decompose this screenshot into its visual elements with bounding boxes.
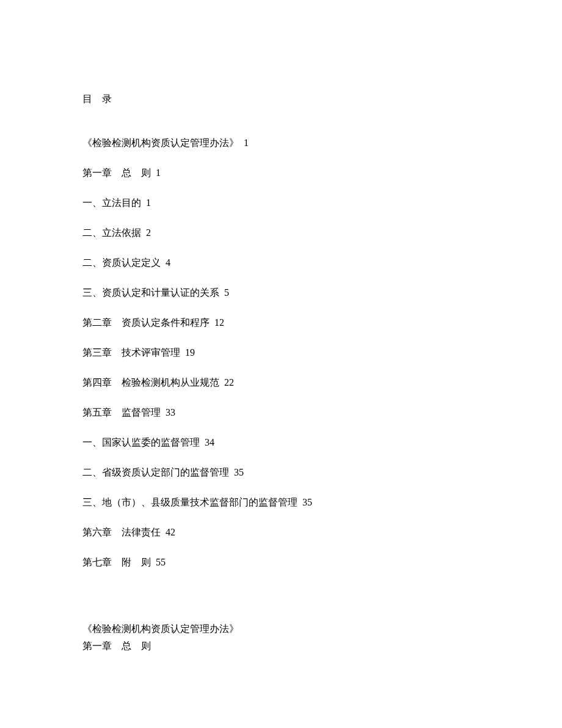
toc-entry-page: 1 (146, 197, 151, 208)
toc-entry-page: 5 (224, 287, 229, 298)
toc-entry-text: 《检验检测机构资质认定管理办法》 (82, 138, 239, 148)
toc-entry-text: 一、立法目的 (82, 197, 141, 208)
toc-entry-text: 第七章 附 则 (82, 557, 151, 567)
toc-entry-page: 33 (166, 407, 175, 417)
toc-entry-text: 第三章 技术评审管理 (82, 347, 180, 358)
toc-entry: 三、资质认定和计量认证的关系 5 (82, 285, 480, 300)
toc-entry: 第一章 总 则 1 (82, 166, 480, 180)
toc-entry: 三、地（市）、县级质量技术监督部门的监督管理 35 (82, 495, 480, 510)
body-heading-1: 《检验检测机构资质认定管理办法》 (82, 622, 480, 636)
toc-entry-page: 19 (185, 347, 195, 358)
toc-entry-text: 三、资质认定和计量认证的关系 (82, 287, 219, 298)
toc-entry-page: 55 (156, 557, 166, 567)
toc-entry-text: 第一章 总 则 (82, 167, 151, 178)
toc-entry-page: 35 (302, 497, 312, 507)
body-heading-2: 第一章 总 则 (82, 639, 480, 653)
toc-entry: 《检验检测机构资质认定管理办法》 1 (82, 136, 480, 150)
toc-entry-page: 2 (146, 227, 151, 238)
toc-title: 目 录 (82, 92, 480, 106)
toc-entry-text: 二、资质认定定义 (82, 257, 161, 268)
toc-entry-page: 22 (224, 377, 234, 388)
toc-entry-page: 42 (166, 527, 175, 537)
toc-entry: 二、省级资质认定部门的监督管理 35 (82, 465, 480, 480)
toc-entry-page: 4 (166, 257, 170, 268)
toc-entry: 第四章 检验检测机构从业规范 22 (82, 375, 480, 390)
toc-entry-text: 第四章 检验检测机构从业规范 (82, 377, 219, 388)
toc-entry: 第六章 法律责任 42 (82, 525, 480, 540)
toc-entry-page: 1 (156, 167, 161, 178)
toc-entry: 第二章 资质认定条件和程序 12 (82, 315, 480, 330)
toc-entry: 第五章 监督管理 33 (82, 405, 480, 420)
toc-entry-text: 第六章 法律责任 (82, 527, 161, 537)
toc-entry: 二、立法依据 2 (82, 226, 480, 240)
toc-entry-page: 12 (214, 317, 224, 328)
toc-entry-page: 35 (234, 467, 244, 477)
toc-entry-text: 一、国家认监委的监督管理 (82, 437, 200, 447)
toc-entry-text: 第五章 监督管理 (82, 407, 161, 417)
toc-entry: 一、国家认监委的监督管理 34 (82, 435, 480, 450)
toc-entry-page: 1 (244, 138, 249, 148)
toc-entry-text: 三、地（市）、县级质量技术监督部门的监督管理 (82, 497, 297, 507)
toc-entry-text: 第二章 资质认定条件和程序 (82, 317, 210, 328)
toc-entry-text: 二、省级资质认定部门的监督管理 (82, 467, 229, 477)
toc-entry: 第七章 附 则 55 (82, 555, 480, 570)
toc-entry: 第三章 技术评审管理 19 (82, 345, 480, 360)
section-gap (82, 585, 480, 622)
toc-entry: 一、立法目的 1 (82, 196, 480, 210)
toc-entry-page: 34 (205, 437, 214, 447)
toc-entry: 二、资质认定定义 4 (82, 256, 480, 270)
toc-entry-text: 二、立法依据 (82, 227, 141, 238)
